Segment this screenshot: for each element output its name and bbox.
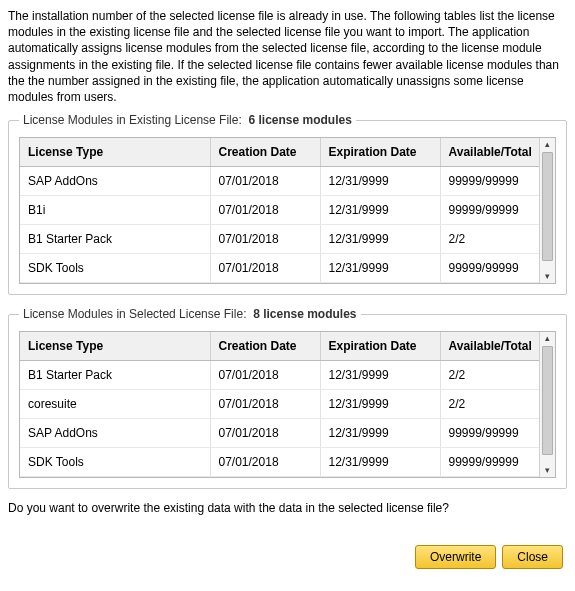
existing-tbody: SAP AddOns07/01/201812/31/999999999/9999… <box>20 167 539 283</box>
cell-expires: 12/31/9999 <box>320 448 440 477</box>
cell-expires: 12/31/9999 <box>320 167 440 196</box>
scroll-up-icon[interactable]: ▴ <box>545 138 550 151</box>
cell-type: coresuite <box>20 390 210 419</box>
cell-expires: 12/31/9999 <box>320 196 440 225</box>
cell-expires: 12/31/9999 <box>320 225 440 254</box>
col-license-type[interactable]: License Type <box>20 332 210 361</box>
close-button[interactable]: Close <box>502 545 563 569</box>
existing-license-group: License Modules in Existing License File… <box>8 113 567 295</box>
cell-avail: 99999/99999 <box>440 419 539 448</box>
selected-license-group: License Modules in Selected License File… <box>8 307 567 489</box>
cell-created: 07/01/2018 <box>210 419 320 448</box>
existing-scrollbar[interactable]: ▴ ▾ <box>539 138 555 283</box>
col-creation-date[interactable]: Creation Date <box>210 332 320 361</box>
selected-tbody: B1 Starter Pack07/01/201812/31/99992/2co… <box>20 361 539 477</box>
selected-license-table: License Type Creation Date Expiration Da… <box>20 332 539 477</box>
table-row[interactable]: coresuite07/01/201812/31/99992/2 <box>20 390 539 419</box>
cell-avail: 99999/99999 <box>440 196 539 225</box>
existing-table-wrap: License Type Creation Date Expiration Da… <box>19 137 556 284</box>
cell-type: SDK Tools <box>20 448 210 477</box>
table-row[interactable]: B1 Starter Pack07/01/201812/31/99992/2 <box>20 225 539 254</box>
selected-license-legend: License Modules in Selected License File… <box>19 307 361 321</box>
cell-avail: 2/2 <box>440 390 539 419</box>
table-row[interactable]: B1 Starter Pack07/01/201812/31/99992/2 <box>20 361 539 390</box>
cell-avail: 99999/99999 <box>440 448 539 477</box>
cell-expires: 12/31/9999 <box>320 419 440 448</box>
scroll-down-icon[interactable]: ▾ <box>545 464 550 477</box>
cell-type: SDK Tools <box>20 254 210 283</box>
overwrite-question: Do you want to overwrite the existing da… <box>8 501 567 515</box>
selected-count: 8 license modules <box>253 307 356 321</box>
cell-created: 07/01/2018 <box>210 448 320 477</box>
selected-legend-prefix: License Modules in Selected License File… <box>23 307 246 321</box>
cell-avail: 2/2 <box>440 225 539 254</box>
cell-type: SAP AddOns <box>20 167 210 196</box>
table-row[interactable]: SDK Tools07/01/201812/31/999999999/99999 <box>20 254 539 283</box>
cell-type: B1 Starter Pack <box>20 225 210 254</box>
col-creation-date[interactable]: Creation Date <box>210 138 320 167</box>
existing-license-table: License Type Creation Date Expiration Da… <box>20 138 539 283</box>
cell-created: 07/01/2018 <box>210 361 320 390</box>
scroll-thumb[interactable] <box>542 152 553 261</box>
cell-expires: 12/31/9999 <box>320 390 440 419</box>
selected-scrollbar[interactable]: ▴ ▾ <box>539 332 555 477</box>
scroll-down-icon[interactable]: ▾ <box>545 270 550 283</box>
cell-avail: 99999/99999 <box>440 167 539 196</box>
col-expiration-date[interactable]: Expiration Date <box>320 332 440 361</box>
col-expiration-date[interactable]: Expiration Date <box>320 138 440 167</box>
cell-avail: 99999/99999 <box>440 254 539 283</box>
scroll-up-icon[interactable]: ▴ <box>545 332 550 345</box>
col-license-type[interactable]: License Type <box>20 138 210 167</box>
cell-type: SAP AddOns <box>20 419 210 448</box>
intro-text: The installation number of the selected … <box>8 8 567 105</box>
table-row[interactable]: SAP AddOns07/01/201812/31/999999999/9999… <box>20 419 539 448</box>
cell-created: 07/01/2018 <box>210 225 320 254</box>
cell-expires: 12/31/9999 <box>320 361 440 390</box>
selected-header-row: License Type Creation Date Expiration Da… <box>20 332 539 361</box>
col-available-total[interactable]: Available/Total <box>440 332 539 361</box>
cell-avail: 2/2 <box>440 361 539 390</box>
overwrite-button[interactable]: Overwrite <box>415 545 496 569</box>
col-available-total[interactable]: Available/Total <box>440 138 539 167</box>
existing-legend-prefix: License Modules in Existing License File… <box>23 113 242 127</box>
cell-created: 07/01/2018 <box>210 254 320 283</box>
cell-type: B1 Starter Pack <box>20 361 210 390</box>
existing-count: 6 license modules <box>248 113 351 127</box>
table-row[interactable]: SAP AddOns07/01/201812/31/999999999/9999… <box>20 167 539 196</box>
existing-license-legend: License Modules in Existing License File… <box>19 113 356 127</box>
cell-type: B1i <box>20 196 210 225</box>
table-row[interactable]: SDK Tools07/01/201812/31/999999999/99999 <box>20 448 539 477</box>
existing-header-row: License Type Creation Date Expiration Da… <box>20 138 539 167</box>
table-row[interactable]: B1i07/01/201812/31/999999999/99999 <box>20 196 539 225</box>
cell-created: 07/01/2018 <box>210 196 320 225</box>
cell-expires: 12/31/9999 <box>320 254 440 283</box>
selected-table-wrap: License Type Creation Date Expiration Da… <box>19 331 556 478</box>
cell-created: 07/01/2018 <box>210 167 320 196</box>
scroll-thumb[interactable] <box>542 346 553 455</box>
dialog-buttons: Overwrite Close <box>8 545 567 569</box>
cell-created: 07/01/2018 <box>210 390 320 419</box>
